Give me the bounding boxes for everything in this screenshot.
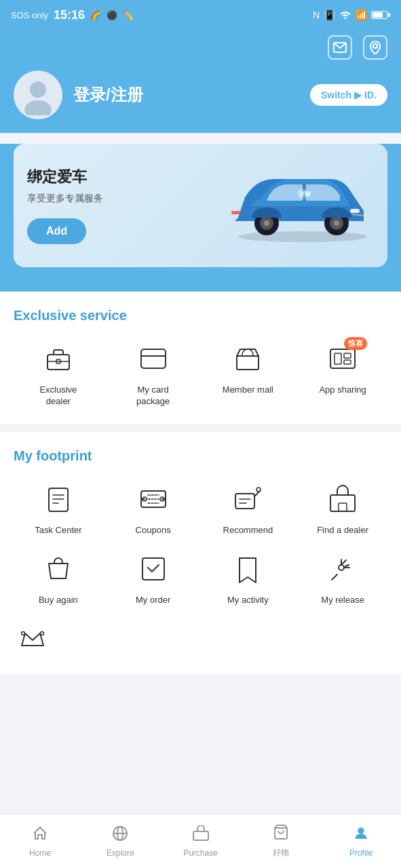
nav-profile[interactable]: Profile bbox=[321, 825, 401, 858]
nav-goods-label: 好物 bbox=[273, 847, 289, 859]
footprint-row2: Buy again My order My activity bbox=[14, 550, 387, 606]
svg-point-7 bbox=[264, 220, 269, 226]
profile-icon bbox=[353, 825, 369, 846]
signal-icon: 📶 bbox=[356, 9, 367, 20]
nfc-icon: N bbox=[313, 9, 320, 20]
location-button[interactable] bbox=[363, 35, 387, 60]
nav-goods[interactable]: 好物 bbox=[241, 824, 321, 859]
my-activity-item[interactable]: My activity bbox=[204, 550, 293, 606]
switch-id-button[interactable]: Switch ▶ ID. bbox=[310, 84, 387, 106]
briefcase-icon bbox=[39, 340, 77, 378]
wifi-icon bbox=[339, 9, 351, 21]
svg-point-34 bbox=[256, 488, 261, 492]
emoji-icon2: ⚫ bbox=[107, 10, 117, 20]
coupon-icon bbox=[134, 480, 172, 518]
status-time: 15:16 bbox=[54, 8, 85, 22]
svg-rect-37 bbox=[142, 558, 164, 580]
user-name[interactable]: 登录/注册 bbox=[73, 84, 299, 106]
status-right: N 📳 📶 bbox=[313, 9, 390, 21]
exclusive-dealer-item[interactable]: Exclusivedealer bbox=[14, 340, 103, 408]
sos-label: SOS only bbox=[11, 10, 48, 20]
vibrate-icon: 📳 bbox=[324, 9, 335, 20]
svg-text:VW: VW bbox=[300, 191, 311, 198]
app-sharing-label: App sharing bbox=[319, 384, 366, 396]
dealer-icon bbox=[324, 480, 362, 518]
avatar[interactable] bbox=[14, 71, 62, 119]
svg-rect-16 bbox=[47, 355, 69, 370]
car-image: VW bbox=[225, 160, 374, 251]
my-footprint-title: My footprint bbox=[14, 448, 387, 464]
task-icon bbox=[39, 480, 77, 518]
surprise-badge: 惊喜 bbox=[344, 337, 367, 350]
svg-point-3 bbox=[24, 100, 52, 115]
svg-rect-24 bbox=[344, 353, 351, 358]
status-bar: SOS only 15:16 🌈 ⚫ ✏️ N 📳 📶 bbox=[0, 0, 401, 30]
app-sharing-item[interactable]: 惊喜 App sharing bbox=[298, 340, 387, 408]
svg-rect-26 bbox=[49, 488, 68, 511]
emoji-icon3: ✏️ bbox=[123, 10, 134, 20]
nav-home[interactable]: Home bbox=[0, 825, 80, 858]
user-section: 登录/注册 Switch ▶ ID. bbox=[14, 71, 387, 119]
member-mall-label: Member mall bbox=[223, 384, 273, 396]
bottom-nav: Home Explore Purchase 好物 bbox=[0, 814, 401, 868]
svg-rect-25 bbox=[344, 360, 351, 364]
svg-point-39 bbox=[22, 631, 25, 635]
my-order-item[interactable]: My order bbox=[109, 550, 198, 606]
nav-purchase-label: Purchase bbox=[183, 848, 218, 858]
buy-again-label: Buy again bbox=[39, 595, 78, 606]
svg-point-46 bbox=[358, 828, 364, 833]
svg-point-10 bbox=[334, 220, 339, 226]
svg-rect-11 bbox=[350, 209, 360, 213]
nav-purchase[interactable]: Purchase bbox=[160, 825, 240, 858]
share-icon: 惊喜 bbox=[324, 340, 362, 378]
nav-explore-label: Explore bbox=[107, 848, 134, 858]
my-activity-label: My activity bbox=[227, 595, 269, 606]
card-icon bbox=[134, 340, 172, 378]
car-banner: 绑定爱车 享受更多专属服务 Add bbox=[14, 144, 387, 267]
svg-point-1 bbox=[373, 44, 377, 48]
my-footprint-section: My footprint Task Center Coupons bbox=[0, 432, 401, 674]
find-dealer-item[interactable]: Find a dealer bbox=[298, 480, 387, 536]
footprint-row1: Task Center Coupons Recommend bbox=[14, 480, 387, 536]
member-mall-item[interactable]: Member mall bbox=[204, 340, 293, 408]
svg-rect-33 bbox=[235, 494, 254, 509]
bookmark-icon bbox=[229, 550, 267, 588]
exclusive-service-grid: Exclusivedealer My cardpackage Member ma… bbox=[14, 340, 387, 408]
bag-icon bbox=[39, 550, 77, 588]
car-banner-text: 绑定爱车 享受更多专属服务 Add bbox=[27, 167, 225, 244]
exclusive-service-title: Exclusive service bbox=[14, 308, 387, 323]
svg-point-2 bbox=[30, 81, 46, 98]
order-icon bbox=[134, 550, 172, 588]
svg-point-40 bbox=[41, 631, 44, 635]
svg-point-38 bbox=[339, 565, 344, 570]
recommend-label: Recommend bbox=[223, 525, 273, 536]
svg-rect-21 bbox=[237, 356, 259, 370]
task-center-item[interactable]: Task Center bbox=[14, 480, 103, 536]
nav-home-label: Home bbox=[29, 848, 51, 858]
task-center-label: Task Center bbox=[35, 525, 81, 536]
release-icon bbox=[324, 550, 362, 588]
recommend-item[interactable]: Recommend bbox=[204, 480, 293, 536]
my-release-label: My release bbox=[321, 595, 364, 606]
car-banner-subtitle: 享受更多专属服务 bbox=[27, 193, 225, 205]
add-car-button[interactable]: Add bbox=[27, 218, 86, 244]
status-left: SOS only 15:16 🌈 ⚫ ✏️ bbox=[11, 8, 134, 22]
nav-explore[interactable]: Explore bbox=[80, 825, 160, 858]
nav-profile-label: Profile bbox=[349, 848, 373, 858]
explore-icon bbox=[112, 825, 128, 846]
coupons-item[interactable]: Coupons bbox=[109, 480, 198, 536]
my-card-package-label: My cardpackage bbox=[136, 384, 170, 408]
header-top-icons bbox=[14, 35, 387, 60]
crown-item[interactable] bbox=[14, 620, 52, 658]
my-release-item[interactable]: My release bbox=[298, 550, 387, 606]
find-dealer-label: Find a dealer bbox=[317, 525, 368, 536]
emoji-icon1: 🌈 bbox=[90, 10, 101, 20]
my-card-package-item[interactable]: My cardpackage bbox=[109, 340, 198, 408]
recommend-icon bbox=[229, 480, 267, 518]
mail-button[interactable] bbox=[328, 35, 352, 60]
battery-icon bbox=[371, 11, 390, 19]
buy-again-item[interactable]: Buy again bbox=[14, 550, 103, 606]
car-banner-title: 绑定爱车 bbox=[27, 167, 225, 187]
svg-rect-19 bbox=[141, 349, 166, 368]
svg-rect-44 bbox=[193, 831, 208, 840]
